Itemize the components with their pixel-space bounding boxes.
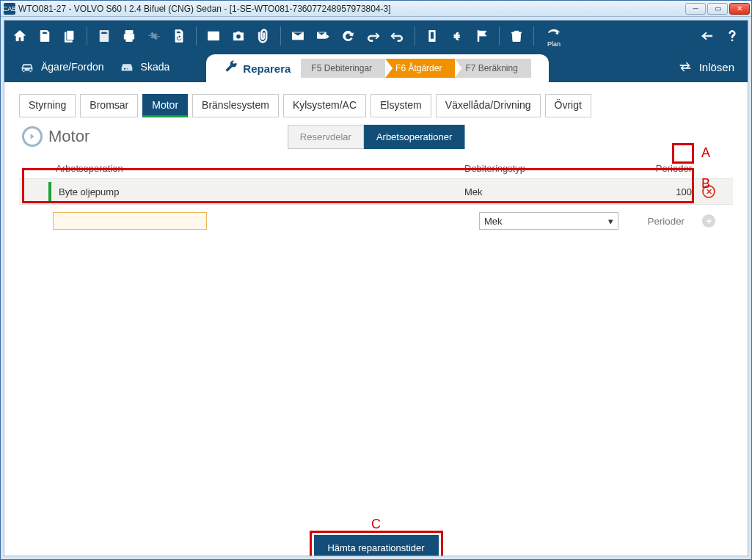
step-f6-label: F6 Åtgärder: [395, 63, 442, 73]
subtab-operations[interactable]: Arbetsoperationer: [364, 125, 464, 149]
step-f6[interactable]: F6 Åtgärder: [385, 59, 455, 78]
col-header-periods: Perioder: [618, 163, 692, 174]
annotation-label-c: C: [371, 517, 381, 532]
tab-motor[interactable]: Motor: [142, 94, 188, 117]
plan-button[interactable]: Plan: [539, 23, 569, 48]
nav-damage[interactable]: Skada: [119, 59, 170, 75]
help-icon[interactable]: [720, 23, 745, 48]
trash-icon[interactable]: [504, 23, 529, 48]
redo-icon[interactable]: [360, 23, 385, 48]
save-icon[interactable]: [32, 23, 57, 48]
arrows-collapse-icon[interactable]: [142, 23, 167, 48]
step-pills: F5 Debiteringar F6 Åtgärder F7 Beräkning: [301, 59, 530, 78]
app-icon: CAB: [4, 3, 15, 15]
undo-icon[interactable]: [385, 23, 410, 48]
workspace: Styrning Bromsar Motor Bränslesystem Kyl…: [4, 82, 748, 556]
delete-row-button[interactable]: ✕: [702, 185, 715, 198]
document-refresh-icon[interactable]: [167, 23, 191, 48]
subtab-spare-parts[interactable]: Reservdelar: [288, 125, 364, 149]
table-input-row: Mek ▾ ＋: [19, 205, 733, 237]
nav-redeem-label: Inlösen: [699, 61, 734, 73]
periods-input[interactable]: [626, 212, 685, 230]
step-f5[interactable]: F5 Debiteringar: [301, 59, 385, 78]
operations-table: Arbetsoperation Debiteringstyp Perioder …: [19, 159, 733, 237]
titlebar: CAB WTO081-27 - VOLVO S60 I 2.4 Bifuel (…: [1, 1, 751, 17]
tab-bromsar[interactable]: Bromsar: [80, 94, 138, 117]
nav-repair-section: Reparera F5 Debiteringar F6 Åtgärder: [206, 54, 549, 82]
step-f7-label: F7 Beräkning: [465, 63, 517, 73]
charge-type-select[interactable]: Mek ▾: [479, 212, 618, 230]
add-row-button[interactable]: ＋: [702, 214, 715, 228]
status-bar-icon: [48, 182, 51, 201]
category-tabs: Styrning Bromsar Motor Bränslesystem Kyl…: [19, 94, 733, 117]
step-f7[interactable]: F7 Beräkning: [455, 59, 530, 78]
wrench-icon: [224, 59, 238, 77]
client-area: Plan Ägare/Fordon Skada: [4, 20, 748, 556]
nav-owner-vehicle-label: Ägare/Fordon: [41, 61, 104, 73]
table-header: Arbetsoperation Debiteringstyp Perioder: [19, 159, 733, 179]
car-icon: [19, 59, 35, 75]
forward-circle-icon[interactable]: [22, 126, 43, 147]
tab-styrning[interactable]: Styrning: [19, 94, 76, 117]
tab-vaxellada[interactable]: Växellåda/Drivning: [436, 94, 541, 117]
tab-ovrigt[interactable]: Övrigt: [545, 94, 591, 117]
cell-charge-type: Mek: [464, 186, 618, 197]
fetch-repair-times-button[interactable]: Hämta reparationstider: [314, 535, 439, 556]
nav-redeem[interactable]: Inlösen: [668, 51, 748, 82]
bottom-area: C Hämta reparationstider: [19, 517, 733, 548]
tab-kylsystem[interactable]: Kylsystem/AC: [283, 94, 366, 117]
tab-branslesystem[interactable]: Bränslesystem: [192, 94, 279, 117]
nav-bar: Ägare/Fordon Skada Reparera F5 Debiterin…: [4, 51, 748, 82]
nav-owner-vehicle[interactable]: Ägare/Fordon: [19, 59, 104, 75]
maximize-button[interactable]: ▭: [707, 3, 728, 15]
damage-icon: [119, 59, 135, 75]
camera-icon[interactable]: [226, 23, 251, 48]
main-toolbar: Plan: [4, 21, 748, 51]
section-heading: Motor: [48, 127, 90, 146]
nav-damage-label: Skada: [141, 61, 170, 73]
edit-image-icon[interactable]: [201, 23, 226, 48]
col-header-operation: Arbetsoperation: [56, 163, 464, 174]
step-f5-label: F5 Debiteringar: [311, 63, 372, 73]
print-icon[interactable]: [117, 23, 142, 48]
tab-elsystem[interactable]: Elsystem: [370, 94, 431, 117]
flag-icon[interactable]: [470, 23, 494, 48]
calculator-icon[interactable]: [92, 23, 117, 48]
app-window: CAB WTO081-27 - VOLVO S60 I 2.4 Bifuel (…: [0, 0, 752, 560]
chevron-down-icon: ▾: [608, 216, 613, 227]
device-icon[interactable]: [420, 23, 445, 48]
copy-icon[interactable]: [57, 23, 82, 48]
heading-row: Motor Reservdelar Arbetsoperationer: [19, 126, 733, 147]
swap-icon: [677, 59, 693, 75]
home-icon[interactable]: [7, 23, 32, 48]
currency-icon[interactable]: [445, 23, 470, 48]
col-header-charge-type: Debiteringstyp: [464, 163, 618, 174]
table-row: Byte oljepump Mek 100 ✕: [19, 179, 733, 205]
sync-icon[interactable]: [335, 23, 360, 48]
mail-send-icon[interactable]: [310, 23, 335, 48]
window-title: WTO081-27 - VOLVO S60 I 2.4 Bifuel (CNG)…: [18, 4, 685, 14]
cell-operation: Byte oljepump: [53, 186, 464, 197]
cell-periods: 100: [618, 186, 692, 197]
close-button[interactable]: ✕: [729, 3, 750, 15]
back-icon[interactable]: [695, 23, 720, 48]
nav-repair-label: Reparera: [243, 62, 291, 75]
attachment-icon[interactable]: [251, 23, 276, 48]
operation-input[interactable]: [53, 212, 207, 230]
mail-dropdown-icon[interactable]: [285, 23, 310, 48]
charge-type-selected: Mek: [484, 216, 503, 227]
minimize-button[interactable]: ─: [685, 3, 706, 15]
